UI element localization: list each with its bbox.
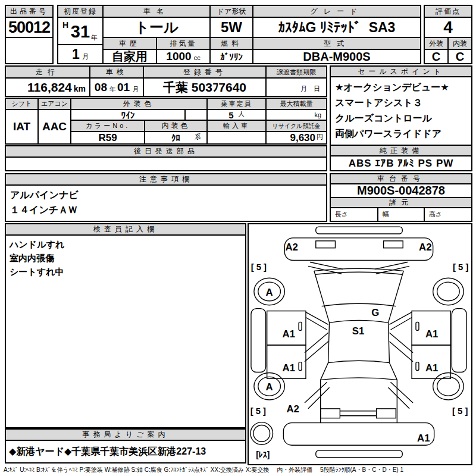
tire-rank-rear-right: [ 5 ] — [452, 406, 468, 416]
exterior-color-value: ﾜｲﾝ — [70, 109, 186, 121]
year-suffix: 年 — [91, 33, 98, 42]
interior-color-suffix: 系 — [195, 133, 201, 142]
notes-line: １４インチＡＷ — [10, 202, 322, 217]
inspection-month: 01 — [117, 81, 130, 94]
recycle-deposit-cell: 9,630 円 — [265, 131, 327, 145]
damage-label-wheel-rear-left: A — [266, 381, 273, 393]
rear-window-base — [321, 378, 397, 380]
tire-rank-rear-left: [ 5 ] — [250, 406, 266, 416]
taillight-right — [377, 409, 396, 418]
lot-number-header: 出品番号 — [5, 5, 54, 18]
aircon-header: エアコン — [37, 98, 71, 110]
taillight-left — [321, 409, 340, 418]
score-value: 4 — [424, 17, 472, 38]
car-name-value: トール — [102, 17, 211, 38]
hood-front-edge-inner — [315, 272, 402, 274]
sales-point-line: スマートアシスト３ — [335, 95, 467, 111]
door-handle-rear-right — [416, 362, 419, 371]
damage-label-door-rear-right: A1 — [425, 363, 439, 374]
displacement-cell: 1000 cc — [156, 49, 211, 64]
mileage-value: 116,824 — [27, 80, 72, 95]
grade-value: ｶｽﾀﾑG ﾘﾐﾃｯﾄﾞ SA3 — [252, 17, 421, 38]
footer-legend: A:ｷｽﾞ U:ﾍｺﾐ B:ｷｽﾞを伴うﾍｺﾐ P:要塗装 W:補修跡 S:錆 … — [4, 466, 475, 474]
front-trim — [316, 227, 402, 234]
later-parts-value — [5, 156, 327, 171]
mileage-header: 走行 — [5, 65, 90, 79]
damage-label-door-front-right: A1 — [425, 328, 439, 340]
displacement-header: 排気量 — [156, 37, 211, 50]
displacement-value: 1000 — [166, 50, 191, 63]
rear-beam — [340, 411, 376, 416]
recycle-deposit-unit: 円 — [317, 133, 323, 142]
capacity-value: 5 — [228, 110, 233, 120]
notes-body: アルパインナビ １４インチＡＷ — [5, 184, 327, 222]
door-handle-front-right — [416, 322, 419, 330]
headlight-right — [375, 262, 409, 274]
inspector-notes-body: ハンドルすれ 室内内張傷 シートすれ中 — [5, 234, 246, 428]
capacity-header: 乗車定員 — [206, 98, 267, 110]
first-registration-month-cell: 1 月 — [57, 44, 104, 64]
first-registration-header: 初度登録 — [57, 5, 104, 18]
interior-color-cell: ｸﾛ 系 — [144, 131, 208, 145]
first-registration-month: 1 — [72, 46, 80, 62]
rocker-left — [251, 309, 266, 372]
wheel-front-right-inner — [437, 282, 460, 301]
rear-window-sides — [321, 363, 397, 380]
exterior-grade-header: 外装 — [424, 37, 449, 50]
model-code-header: 型式 — [252, 37, 421, 50]
displacement-unit: cc — [194, 54, 201, 61]
rear-trim — [316, 450, 402, 458]
first-registration-year-cell: H 31 年 — [57, 17, 104, 45]
hood-sides — [314, 271, 403, 322]
sales-points-header: セールスポイント — [330, 65, 472, 77]
damage-label-quarter-rear-left: A2 — [286, 403, 299, 415]
damage-label-front-bumper-right: A2 — [419, 242, 432, 253]
month-suffix: 月 — [82, 52, 89, 61]
exterior-grade-value: C — [424, 49, 449, 64]
rocker-right — [452, 309, 466, 372]
sales-point-line: 両側パワースライドドア — [335, 126, 467, 142]
door-shape-value: 5W — [209, 17, 253, 38]
inspector-note-line: ハンドルすれ — [10, 237, 242, 251]
import-header: 輸入車 — [206, 120, 267, 132]
wheel-rear-right-inner — [437, 377, 460, 396]
inspector-note-line: シートすれ中 — [10, 265, 242, 278]
office-info-header: 事務局よりご案内 — [5, 428, 246, 441]
recycle-deposit-header: リサイクル預託金 — [265, 120, 327, 132]
front-bumper — [284, 238, 433, 261]
pillars-right — [388, 312, 413, 409]
dimension-length-label: 長さ — [330, 207, 378, 222]
interior-grade-header: 内装 — [447, 37, 472, 50]
tailgate-sides — [321, 380, 397, 422]
fuel-value: ｶﾞｿﾘﾝ — [209, 49, 253, 64]
vehicle-diagram-svg: A2 A2 [ 5 ] [ 5 ] A G S1 A1 A1 A1 A1 A A… — [249, 224, 471, 464]
interior-grade-value: C — [447, 49, 472, 64]
sales-points-body: ★オークションデビュー★ スマートアシスト３ クルーズコントロール 両側パワース… — [330, 76, 472, 146]
sales-point-line: クルーズコントロール — [335, 111, 467, 126]
era-mark: H — [62, 20, 68, 30]
factory-equipment-header: 純正装備 — [330, 145, 472, 156]
damage-label-door-front-left: A1 — [283, 328, 296, 340]
notes-header: 注意事項欄 — [5, 173, 327, 186]
damage-label-wheel-front-left: A — [266, 287, 273, 298]
inspection-year-suffix: 年 — [109, 85, 116, 94]
windshield-base — [330, 320, 389, 322]
auction-sheet: { "top": { "lot": {"label":"出品番号","value… — [0, 0, 476, 476]
max-load-header: 最大積載量 — [265, 98, 327, 110]
capacity-unit: 人 — [239, 110, 245, 118]
inspection-month-suffix: 月 — [132, 85, 139, 94]
inspector-notes-header: 検査員記入欄 — [5, 223, 246, 236]
roof-rear-edge — [328, 361, 390, 362]
spare-tire-label: [ﾚｽ] — [256, 450, 270, 459]
interior-color-header: 内装色 — [144, 120, 208, 132]
import-value — [206, 131, 267, 145]
office-info-value: ◆新港ヤード◆千葉県千葉市美浜区新港227-13 — [5, 440, 246, 464]
grade-header: グレード — [252, 5, 421, 18]
exterior-color-header: 外装色 — [70, 98, 208, 110]
recycle-deposit-value: 9,630 — [290, 132, 315, 144]
door-shape-header: ドア形状 — [209, 5, 253, 18]
interior-color-value: ｸﾛ — [171, 133, 180, 143]
transfer-deadline-header: 譲渡書類期限 — [265, 65, 327, 79]
color-number-value: R59 — [70, 131, 145, 145]
plate-number-value: 千葉 503ﾌ7640 — [143, 77, 267, 97]
